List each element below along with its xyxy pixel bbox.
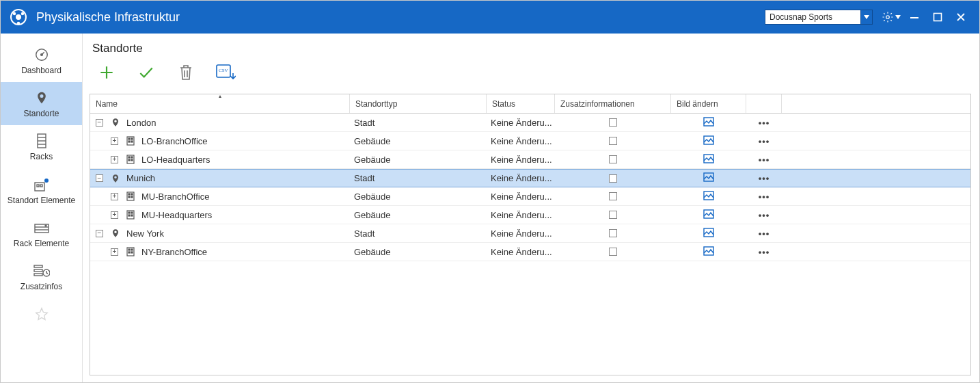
svg-rect-23 [34,269,42,272]
sidebar-item-favorite[interactable] [1,298,82,330]
collapse-icon[interactable]: − [96,119,103,127]
svg-rect-44 [131,194,133,195]
sidebar-item-dashboard[interactable]: Dashboard [1,39,82,82]
expand-icon[interactable]: + [111,211,118,219]
svg-point-1 [16,14,21,20]
more-actions-button[interactable]: ••• [759,136,770,146]
cell-name: +NY-BranchOffice [90,243,350,261]
tenant-dropdown-button[interactable] [860,10,873,25]
expand-icon[interactable]: + [111,193,118,200]
collapse-icon[interactable]: − [96,230,103,237]
more-actions-button[interactable]: ••• [759,118,770,128]
image-icon[interactable] [703,246,714,258]
table-row[interactable]: −MunichStadtKeine Änderu...••• [90,169,970,187]
sidebar: Dashboard Standorte Racks Standort Eleme… [1,34,83,382]
cell-actions: ••• [746,150,782,168]
cell-actions: ••• [746,206,782,224]
svg-rect-43 [128,194,130,195]
more-actions-button[interactable]: ••• [759,247,770,257]
svg-rect-52 [131,215,133,216]
expand-icon[interactable]: + [111,156,118,163]
sidebar-item-standorte[interactable]: Standorte [1,82,82,125]
grid-header: Name▴ Standorttyp Status Zusatzinformati… [90,94,970,114]
col-extra[interactable]: Zusatzinformationen [555,94,671,113]
expand-icon[interactable]: + [111,248,118,256]
checkbox[interactable] [609,137,617,145]
svg-rect-33 [131,141,133,142]
building-icon [125,191,136,202]
image-icon[interactable] [703,172,714,184]
table-row[interactable]: +MU-HeadquartersGebäudeKeine Änderu...••… [90,206,970,224]
image-icon[interactable] [703,228,714,239]
cell-actions: ••• [746,187,782,205]
more-actions-button[interactable]: ••• [759,210,770,220]
svg-rect-32 [128,141,130,142]
cell-image [671,114,746,131]
col-type[interactable]: Standorttyp [350,94,487,113]
csv-export-button[interactable]: CSV [215,62,236,83]
collapse-icon[interactable]: − [96,174,103,182]
tenant-input[interactable] [765,10,860,25]
sidebar-item-racks[interactable]: Racks [1,125,82,168]
pin-icon [33,89,51,107]
checkbox[interactable] [609,192,617,200]
more-actions-button[interactable]: ••• [759,228,770,239]
checkbox[interactable] [609,118,617,127]
svg-point-17 [44,179,49,183]
title-bar: Physikalische Infrastruktur [1,1,979,34]
image-icon[interactable] [703,117,714,129]
table-row[interactable]: +LO-BranchOfficeGebäudeKeine Änderu...••… [90,132,970,150]
svg-rect-51 [128,215,130,216]
table-row[interactable]: −New YorkStadtKeine Änderu...••• [90,224,970,243]
image-icon[interactable] [703,191,714,202]
add-button[interactable] [96,62,117,83]
col-name-label: Name [96,99,118,109]
more-actions-button[interactable]: ••• [759,192,770,202]
nav-label: Standort Elemente [8,196,75,205]
toolbar: CSV [90,62,972,94]
svg-rect-14 [35,183,44,191]
checkbox[interactable] [609,174,617,183]
table-row[interactable]: +NY-BranchOfficeGebäudeKeine Änderu...••… [90,243,970,261]
sidebar-item-standort-elemente[interactable]: Standort Elemente [1,169,82,212]
close-button[interactable] [949,8,972,27]
expand-icon[interactable]: + [111,137,118,145]
minimize-button[interactable] [903,8,926,27]
more-actions-button[interactable]: ••• [759,173,770,183]
cell-image [671,243,746,261]
table-row[interactable]: +LO-HeadquartersGebäudeKeine Änderu...••… [90,150,970,169]
col-image[interactable]: Bild ändern [671,94,746,113]
svg-rect-38 [128,159,130,161]
col-status[interactable]: Status [487,94,555,113]
cell-status: Keine Änderu... [487,150,555,168]
confirm-button[interactable] [136,62,156,83]
delete-button[interactable] [176,62,196,83]
cell-image [671,224,746,242]
col-name[interactable]: Name▴ [90,94,350,113]
maximize-button[interactable] [926,8,949,27]
settings-button[interactable] [880,8,903,27]
svg-point-5 [886,16,890,19]
sidebar-item-rack-elemente[interactable]: Rack Elemente [1,212,82,255]
checkbox[interactable] [609,229,617,237]
image-icon[interactable] [703,154,714,166]
table-row[interactable]: −LondonStadtKeine Änderu...••• [90,114,970,132]
cell-status: Keine Änderu... [487,114,555,131]
checkbox[interactable] [609,211,617,219]
tenant-selector[interactable] [765,10,873,25]
row-name-label: NY-BranchOffice [141,247,207,257]
table-row[interactable]: +MU-BranchOfficeGebäudeKeine Änderu...••… [90,187,970,206]
sidebar-item-zusatzinfos[interactable]: Zusatzinfos [1,255,82,298]
image-icon[interactable] [703,135,714,147]
cell-image [671,206,746,224]
checkbox[interactable] [609,155,617,163]
cell-extra [555,187,671,205]
checkbox[interactable] [609,248,617,256]
svg-rect-58 [128,252,130,253]
svg-point-9 [40,54,42,56]
more-actions-button[interactable]: ••• [759,155,770,165]
cell-spacer [782,243,970,261]
cell-status: Keine Änderu... [487,132,555,150]
image-icon[interactable] [703,209,714,221]
nav-label: Standorte [23,109,59,118]
